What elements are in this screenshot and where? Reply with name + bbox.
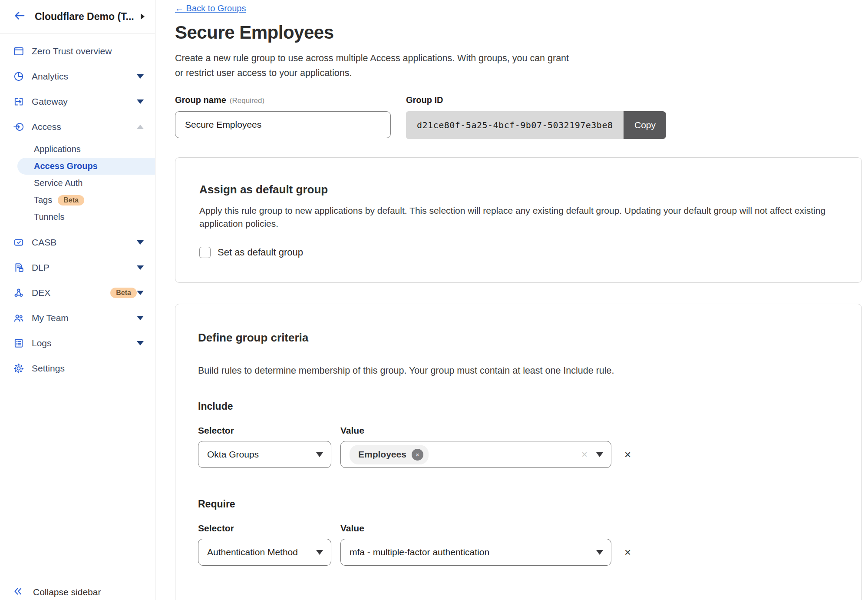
sidebar-item-tunnels[interactable]: Tunnels (0, 209, 155, 225)
sidebar-item-analytics[interactable]: Analytics (0, 64, 155, 89)
sidebar-item-logs[interactable]: Logs (0, 331, 155, 356)
sidebar-item-tags[interactable]: Tags Beta (0, 192, 155, 209)
clear-values-icon[interactable]: × (581, 448, 587, 461)
sidebar-item-label: Analytics (32, 71, 137, 82)
copy-button[interactable]: Copy (624, 111, 666, 139)
sidebar-item-label: Applications (34, 144, 81, 154)
value-tag: Employees × (350, 445, 429, 464)
selected-value: mfa - multiple-factor authentication (350, 547, 596, 557)
default-group-checkbox-row: Set as default group (199, 247, 838, 258)
sidebar-item-label: Zero Trust overview (32, 46, 144, 56)
back-arrow-icon[interactable] (13, 9, 26, 24)
sidebar-item-label: Tunnels (34, 212, 64, 222)
sidebar-item-label: Logs (32, 338, 137, 348)
sidebar-item-label: DLP (32, 262, 137, 273)
include-rule-row: Okta Groups Employees × × × (198, 441, 838, 468)
collapse-icon (12, 586, 23, 599)
collapse-label: Collapse sidebar (33, 587, 101, 597)
chevron-down-icon[interactable] (137, 316, 144, 320)
gear-icon (13, 363, 24, 374)
sidebar-item-dex[interactable]: DEX Beta (0, 280, 155, 305)
gateway-icon (13, 96, 24, 107)
dropdown-caret-icon (316, 452, 323, 457)
group-meta-row: Group name(Required) Group ID d21ce80f-5… (175, 95, 862, 139)
chevron-down-icon[interactable] (137, 341, 144, 345)
require-selector-dropdown[interactable]: Authentication Method (198, 539, 331, 566)
require-value-dropdown[interactable]: mfa - multiple-factor authentication (340, 539, 611, 566)
chevron-down-icon[interactable] (137, 291, 144, 295)
back-to-groups-link[interactable]: ← Back to Groups (175, 3, 246, 13)
include-labels-row: Selector Value (198, 425, 838, 436)
include-selector-dropdown[interactable]: Okta Groups (198, 441, 331, 468)
sidebar-item-casb[interactable]: CASB (0, 230, 155, 255)
criteria-card: Define group criteria Build rules to det… (175, 304, 862, 600)
require-heading: Require (198, 498, 838, 510)
value-label: Value (340, 425, 364, 436)
sidebar-item-my-team[interactable]: My Team (0, 305, 155, 331)
sidebar-item-gateway[interactable]: Gateway (0, 89, 155, 114)
dlp-icon (13, 262, 24, 273)
page-title: Secure Employees (175, 22, 862, 43)
dropdown-caret-icon (596, 550, 603, 555)
page-description-line: or restrict user access to your applicat… (175, 66, 862, 80)
required-hint: (Required) (230, 96, 264, 105)
page-description-line: Create a new rule group to use across mu… (175, 51, 862, 66)
sidebar-item-zero-trust-overview[interactable]: Zero Trust overview (0, 39, 155, 64)
chevron-down-icon[interactable] (137, 74, 144, 79)
sidebar-item-access-groups[interactable]: Access Groups (17, 158, 155, 175)
sidebar-item-service-auth[interactable]: Service Auth (0, 175, 155, 192)
include-value-multiselect[interactable]: Employees × × (340, 441, 611, 468)
page: Cloudflare Demo (T... Zero Trust overvie… (0, 0, 868, 600)
default-group-card-description: Apply this rule group to new application… (199, 204, 838, 230)
set-default-checkbox-label: Set as default group (218, 247, 303, 258)
group-id-field-group: Group ID d21ce80f-5a25-4bcf-9b07-5032197… (406, 95, 666, 139)
sidebar-item-label: Gateway (32, 96, 137, 107)
selector-label: Selector (198, 523, 340, 534)
main-content: ← Back to Groups Secure Employees Create… (155, 0, 868, 600)
sidebar-item-label: Settings (32, 363, 144, 374)
sidebar-header: Cloudflare Demo (T... (0, 0, 155, 33)
sidebar-item-applications[interactable]: Applications (0, 141, 155, 158)
sidebar-item-settings[interactable]: Settings (0, 356, 155, 381)
selected-value: Okta Groups (207, 449, 316, 460)
require-labels-row: Selector Value (198, 523, 838, 534)
beta-badge: Beta (58, 195, 84, 206)
selector-label: Selector (198, 425, 340, 436)
collapse-sidebar-button[interactable]: Collapse sidebar (0, 578, 155, 600)
remove-tag-icon[interactable]: × (412, 449, 423, 461)
group-name-field-group: Group name(Required) (175, 95, 391, 139)
group-id-value: d21ce80f-5a25-4bcf-9b07-5032197e3be8 (406, 111, 624, 139)
sidebar-item-label: Access (32, 122, 137, 132)
sidebar-item-label: CASB (32, 237, 137, 248)
beta-badge: Beta (110, 288, 137, 298)
pie-chart-icon (13, 71, 24, 82)
sidebar: Cloudflare Demo (T... Zero Trust overvie… (0, 0, 155, 600)
default-group-card: Assign as default group Apply this rule … (175, 157, 862, 283)
sidebar-item-access[interactable]: Access (0, 114, 155, 139)
sidebar-nav: Zero Trust overview Analytics Gateway (0, 33, 155, 381)
chevron-down-icon[interactable] (137, 240, 144, 245)
set-default-checkbox[interactable] (199, 247, 211, 258)
value-tag-label: Employees (358, 449, 406, 460)
criteria-card-description: Build rules to determine membership of t… (198, 365, 838, 376)
chevron-down-icon[interactable] (137, 265, 144, 270)
account-name[interactable]: Cloudflare Demo (T... (35, 11, 138, 23)
default-group-card-title: Assign as default group (199, 183, 838, 196)
window-icon (13, 46, 24, 57)
page-description: Create a new rule group to use across mu… (175, 51, 862, 80)
account-expand-icon[interactable] (141, 13, 145, 20)
remove-include-rule-icon[interactable]: × (624, 449, 631, 460)
logs-icon (13, 338, 24, 349)
dex-icon (13, 287, 24, 298)
chevron-up-icon[interactable] (137, 125, 144, 129)
sidebar-item-label: Access Groups (34, 161, 98, 171)
group-name-input[interactable] (175, 111, 391, 138)
sidebar-item-label: Service Auth (34, 178, 83, 188)
remove-require-rule-icon[interactable]: × (624, 547, 631, 558)
selected-value: Authentication Method (207, 547, 316, 557)
access-submenu: Applications Access Groups Service Auth … (0, 141, 155, 225)
sidebar-item-dlp[interactable]: DLP (0, 255, 155, 280)
group-name-label: Group name (175, 95, 226, 105)
chevron-down-icon[interactable] (137, 99, 144, 104)
dropdown-caret-icon (596, 452, 603, 457)
